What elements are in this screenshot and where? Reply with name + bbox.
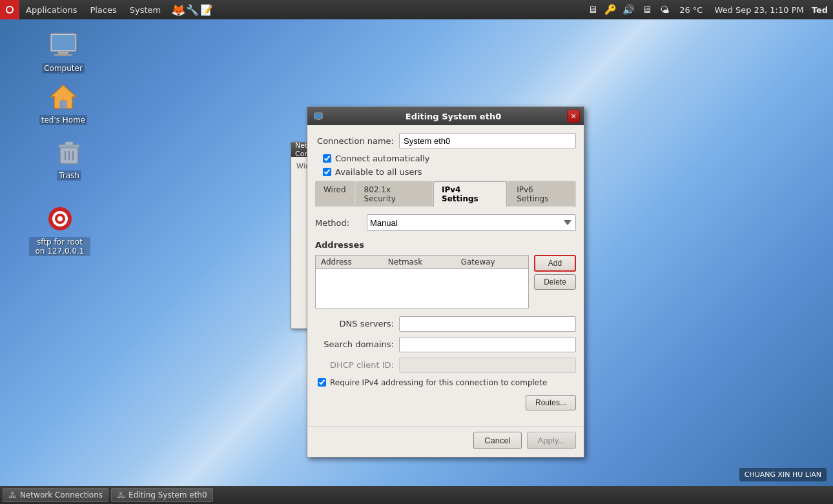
datetime-display: Wed Sep 23, 1:10 PM [710,5,807,15]
dialog-close-button[interactable]: ✕ [567,110,580,123]
ipv4-content: Method: Manual Automatic (DHCP) Link-Loc… [315,214,576,410]
dns-label: DNS servers: [315,319,399,328]
address-table-body[interactable] [316,269,528,308]
taskbar-item-network-connections[interactable]: 🖧 Network Connections [3,488,108,502]
require-ipv4-checkbox[interactable] [318,378,326,387]
firefox-icon[interactable]: 🦊 [171,3,185,17]
require-ipv4-row: Require IPv4 addressing for this connect… [315,378,576,387]
address-table: Address Netmask Gateway [315,255,529,308]
taskbar-item-editing-eth0[interactable]: 🖧 Editing System eth0 [111,488,213,502]
tool-icon[interactable]: 🔧 [185,3,200,17]
computer-label: Computer [42,63,85,74]
computer-icon-img [48,30,79,61]
tab-ipv6[interactable]: IPv6 Settings [508,181,575,207]
applications-menu[interactable]: Applications [19,0,83,19]
volume-icon[interactable]: 🔊 [621,3,635,17]
addresses-title: Addresses [315,240,576,250]
available-all-row: Available to all users [315,167,576,177]
svg-rect-21 [316,119,320,120]
fedora-icon[interactable] [0,0,19,19]
svg-rect-4 [52,35,75,50]
trash-label: Trash [57,170,81,181]
addresses-area: Address Netmask Gateway Add [315,255,576,308]
col-netmask: Netmask [383,256,456,269]
dhcp-label: DHCP client ID: [315,360,399,370]
dns-row: DNS servers: [315,316,576,332]
col-gateway: Gateway [456,256,528,269]
keyring-icon[interactable]: 🔑 [603,3,617,17]
top-panel-right: 🖥 🔑 🔊 🖥 🌤 26 °C Wed Sep 23, 1:10 PM Ted [585,3,833,17]
taskbar-nc-icon: 🖧 [8,490,17,500]
dialog-titlebar-icon [313,110,324,122]
taskbar-nc-label: Network Connections [20,490,103,499]
edit-icon[interactable]: 📝 [200,3,214,17]
svg-rect-8 [59,101,67,108]
editing-dialog: Editing System eth0 ✕ Connection name: C… [307,106,584,458]
search-row: Search domains: [315,337,576,352]
svg-rect-5 [58,52,68,54]
taskbar-eth0-icon: 🖧 [117,490,125,500]
network-manager-icon[interactable]: 🖥 [585,3,599,17]
top-panel: Applications Places System 🦊 🔧 📝 🖥 🔑 🔊 🖥… [0,0,833,19]
taskbar-eth0-label: Editing System eth0 [129,490,207,499]
sftp-icon-img [45,203,76,234]
dhcp-input [399,358,576,373]
delete-button[interactable]: Delete [534,274,576,290]
desktop-icon-home[interactable]: ted's Home [37,81,89,125]
dialog-body: Connection name: Connect automatically A… [307,125,584,423]
connection-name-row: Connection name: [315,133,576,148]
require-ipv4-label: Require IPv4 addressing for this connect… [330,378,547,387]
svg-rect-20 [315,114,322,118]
routes-row: Routes... [315,395,576,410]
desktop-icon-computer[interactable]: Computer [37,30,89,74]
tab-security[interactable]: 802.1x Security [356,181,432,207]
cancel-button[interactable]: Cancel [473,432,521,449]
method-row: Method: Manual Automatic (DHCP) Link-Loc… [315,214,576,231]
top-panel-left: Applications Places System 🦊 🔧 📝 [0,0,214,19]
weather-icon[interactable]: 🌤 [657,3,672,17]
col-address: Address [316,256,383,269]
taskbar: 🖧 Network Connections 🖧 Editing System e… [0,486,833,504]
tabs-container: Wired 802.1x Security IPv4 Settings IPv6… [315,181,576,207]
search-label: Search domains: [315,339,399,349]
method-select[interactable]: Manual Automatic (DHCP) Link-Local Only … [367,214,576,231]
trash-icon-img [54,137,85,168]
dialog-title: Editing System eth0 [328,112,579,121]
temperature-display: 26 °C [675,5,706,15]
connect-auto-label: Connect automatically [335,154,430,163]
routes-button[interactable]: Routes... [526,395,576,410]
desktop: Applications Places System 🦊 🔧 📝 🖥 🔑 🔊 🖥… [0,0,833,504]
dialog-titlebar: Editing System eth0 ✕ [307,107,584,125]
method-label: Method: [315,218,367,228]
tab-wired[interactable]: Wired [315,181,355,207]
apply-button[interactable]: Apply... [527,432,576,449]
desktop-icon-trash[interactable]: Trash [43,137,95,181]
connection-name-label: Connection name: [315,136,399,146]
tab-ipv4[interactable]: IPv4 Settings [433,181,507,207]
connect-auto-checkbox[interactable] [323,154,331,163]
connection-name-input[interactable] [399,133,576,148]
addr-buttons: Add Delete [534,255,576,308]
available-all-checkbox[interactable] [323,168,331,176]
svg-point-18 [57,216,63,221]
system-menu[interactable]: System [123,0,167,19]
display-icon[interactable]: 🖥 [639,3,653,17]
sftp-label: sftp for root on 127.0.0.1 [29,237,90,256]
available-all-label: Available to all users [335,167,422,177]
username-display: Ted [812,5,828,15]
connect-auto-row: Connect automatically [315,154,576,163]
svg-rect-6 [54,54,72,56]
home-label: ted's Home [39,115,88,125]
dns-input[interactable] [399,316,576,332]
places-menu[interactable]: Places [83,0,123,19]
watermark: CHUANG XIN HU LIAN [739,468,827,481]
home-icon-img [48,81,79,112]
svg-point-2 [7,7,12,12]
search-input[interactable] [399,337,576,352]
svg-rect-11 [65,142,73,145]
desktop-icon-sftp[interactable]: sftp for root on 127.0.0.1 [29,203,90,256]
add-button[interactable]: Add [534,255,576,272]
dhcp-row: DHCP client ID: [315,358,576,373]
dialog-footer: Cancel Apply... [307,426,584,457]
